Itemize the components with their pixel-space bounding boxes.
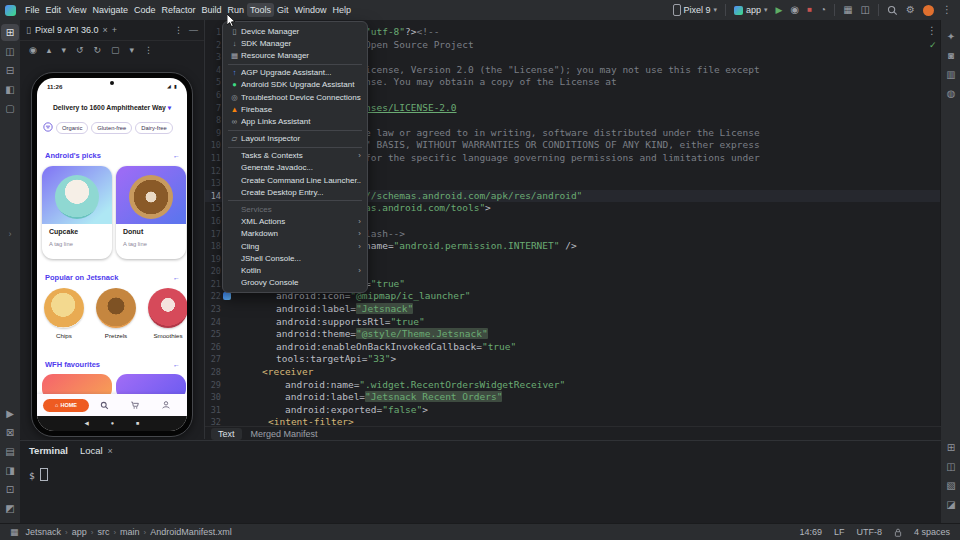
- menu-refactor[interactable]: Refactor: [158, 3, 198, 17]
- rotate-left-button[interactable]: ↺: [76, 45, 84, 55]
- device-tab-label[interactable]: Pixel 9 API 36.0: [35, 25, 99, 35]
- code-line-31[interactable]: 31android:exported="false">: [205, 404, 941, 417]
- breadcrumb-jetsnack[interactable]: Jetsnack: [26, 527, 62, 537]
- editor-options-kebab-icon[interactable]: ⋮: [927, 25, 937, 36]
- device-selector[interactable]: Pixel 9 ▾: [673, 4, 718, 16]
- screenshot-button[interactable]: ▢: [111, 45, 120, 55]
- nav-cart-icon[interactable]: [120, 400, 151, 410]
- tools-menu-item-android-sdk-upgrade-assistant[interactable]: ●Android SDK Upgrade Assistant: [223, 79, 367, 91]
- breadcrumb-src[interactable]: src: [97, 527, 109, 537]
- indent-setting[interactable]: 4 spaces: [914, 527, 950, 537]
- project-tool-icon[interactable]: ⊞: [1, 24, 19, 41]
- code-line-28[interactable]: 28<receiver: [205, 366, 941, 379]
- popular-item-smoothies[interactable]: [148, 288, 187, 328]
- tools-menu-item-markdown[interactable]: Markdown›: [223, 228, 367, 240]
- tools-menu-item-device-manager[interactable]: ▯Device Manager: [223, 25, 367, 37]
- section-arrow-icon[interactable]: ←: [173, 274, 180, 281]
- breadcrumb-androidmanifest-xml[interactable]: AndroidManifest.xml: [150, 527, 232, 537]
- tools-menu-item-firebase[interactable]: ▲Firebase: [223, 103, 367, 115]
- filter-chip-gluten-free[interactable]: Gluten-free: [91, 122, 132, 134]
- nav-profile-icon[interactable]: [150, 400, 181, 410]
- run-config-selector[interactable]: app ▾: [734, 5, 768, 15]
- device-mirror-button[interactable]: ◫: [861, 5, 870, 15]
- filters-icon[interactable]: [43, 122, 53, 134]
- inspections-ok-icon[interactable]: ✓: [929, 40, 937, 50]
- breadcrumb-main[interactable]: main: [120, 527, 140, 537]
- problems-tool-icon[interactable]: ⊠: [1, 424, 19, 441]
- quick-access-icon[interactable]: ▦: [10, 528, 19, 537]
- back-button[interactable]: ◀: [85, 421, 89, 427]
- tools-menu-item-cling[interactable]: Cling›: [223, 240, 367, 252]
- tab-text[interactable]: Text: [211, 428, 242, 440]
- menu-git[interactable]: Git: [274, 3, 292, 17]
- code-line-29[interactable]: 29android:name=".widget.RecentOrdersWidg…: [205, 379, 941, 392]
- menu-file[interactable]: File: [22, 3, 43, 17]
- menu-code[interactable]: Code: [131, 3, 159, 17]
- tools-menu-item-create-command-line-launcher[interactable]: Create Command Line Launcher...: [223, 174, 367, 186]
- commit-tool-icon[interactable]: ◫: [1, 43, 19, 60]
- tools-menu-item-app-links-assistant[interactable]: ∞App Links Assistant: [223, 115, 367, 127]
- stealth-toolbar-arrow[interactable]: ›: [9, 229, 12, 239]
- delivery-address[interactable]: Delivery to 1600 Amphitheater Way ▾: [37, 104, 187, 112]
- device-manager-tool-icon[interactable]: ▥: [942, 66, 960, 83]
- section-arrow-icon[interactable]: ←: [173, 152, 180, 159]
- code-line-32[interactable]: 32<intent-filter>: [205, 416, 941, 426]
- lock-icon[interactable]: [894, 528, 902, 537]
- build-tool-icon[interactable]: ⊡: [1, 481, 19, 498]
- tools-menu-item-resource-manager[interactable]: ▦Resource Manager: [223, 49, 367, 61]
- menu-navigate[interactable]: Navigate: [89, 3, 131, 17]
- close-tab-icon[interactable]: ×: [103, 25, 108, 35]
- code-line-25[interactable]: 25android:theme="@style/Theme.Jetsnack": [205, 328, 941, 341]
- terminal-tool-icon[interactable]: ▤: [1, 443, 19, 460]
- pull-requests-tool-icon[interactable]: ◧: [1, 81, 19, 98]
- tools-menu-item-kotlin[interactable]: Kotlin›: [223, 264, 367, 276]
- more-actions[interactable]: ⋮: [144, 45, 153, 55]
- layout-inspector-tool-icon[interactable]: ◪: [942, 496, 960, 513]
- app-inspection-tool-icon[interactable]: ◩: [1, 500, 19, 517]
- tools-menu-item-layout-inspector[interactable]: ▱Layout Inspector: [223, 133, 367, 145]
- snapshot-dropdown[interactable]: ▾: [130, 45, 135, 55]
- emulator-screen[interactable]: 11:26 ◢ ▮ Delivery to 1600 Amphitheater …: [37, 78, 187, 431]
- tools-menu-item-jshell-console[interactable]: JShell Console...: [223, 252, 367, 264]
- filter-chip-dairy-free[interactable]: Dairy-free: [135, 122, 172, 134]
- terminal-output[interactable]: $: [20, 460, 941, 481]
- add-device-button[interactable]: +: [112, 25, 117, 35]
- popular-item-chips[interactable]: [44, 288, 84, 328]
- caret-position[interactable]: 14:69: [799, 527, 822, 537]
- stop-button[interactable]: ■: [807, 6, 812, 14]
- logcat-tool-icon[interactable]: ◨: [1, 462, 19, 479]
- menu-build[interactable]: Build: [198, 3, 224, 17]
- app-quality-insights-tool-icon[interactable]: ▧: [942, 477, 960, 494]
- nav-home-button[interactable]: ⌂ HOME: [43, 399, 89, 412]
- menu-window[interactable]: Window: [292, 3, 330, 17]
- more-kebab-icon[interactable]: ⋮: [942, 5, 952, 15]
- run-button[interactable]: ▶: [776, 6, 783, 15]
- nav-search-icon[interactable]: [89, 401, 120, 410]
- tools-menu-item-xml-actions[interactable]: XML Actions›: [223, 216, 367, 228]
- tools-menu-item-groovy-console[interactable]: Groovy Console: [223, 277, 367, 289]
- menu-help[interactable]: Help: [330, 3, 355, 17]
- section-arrow-icon[interactable]: ←: [173, 361, 180, 368]
- recents-button[interactable]: ■: [136, 421, 139, 427]
- breadcrumb-app[interactable]: app: [72, 527, 87, 537]
- device-explorer-tool-icon[interactable]: ⊞: [942, 439, 960, 456]
- hide-panel-icon[interactable]: —: [189, 25, 198, 35]
- profiler-button[interactable]: ◔: [820, 5, 826, 15]
- layout-inspector-button[interactable]: ▦: [843, 5, 852, 15]
- tab-merged-manifest[interactable]: Merged Manifest: [244, 428, 325, 440]
- code-line-30[interactable]: 30android:label="Jetsnack Recent Orders": [205, 391, 941, 404]
- menu-view[interactable]: View: [64, 3, 89, 17]
- volume-down-button[interactable]: ▾: [61, 45, 66, 55]
- snack-card-donut[interactable]: DonutA tag line: [116, 166, 186, 259]
- search-icon[interactable]: [887, 5, 898, 16]
- tools-menu-item-sdk-manager[interactable]: ↓SDK Manager: [223, 37, 367, 49]
- bookmarks-tool-icon[interactable]: ▢: [1, 100, 19, 117]
- settings-gear-icon[interactable]: ⚙: [906, 5, 915, 15]
- code-line-23[interactable]: 23android:label="Jetsnack": [205, 303, 941, 316]
- structure-tool-icon[interactable]: ⊟: [1, 62, 19, 79]
- running-devices-tool-icon[interactable]: ◫: [942, 458, 960, 475]
- snack-card-cupcake[interactable]: CupcakeA tag line: [42, 166, 112, 259]
- code-line-27[interactable]: 27tools:targetApi="33">: [205, 353, 941, 366]
- file-encoding[interactable]: UTF-8: [856, 527, 882, 537]
- ai-assistant-tool-icon[interactable]: ✦: [942, 28, 960, 45]
